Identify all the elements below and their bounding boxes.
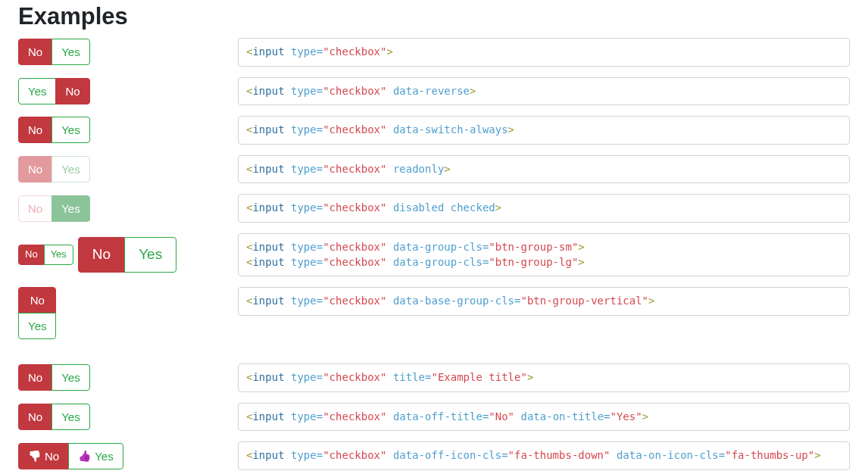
example-row: No Yes <input type="checkbox" data-off-i… — [18, 441, 850, 470]
on-button: Yes — [52, 195, 89, 222]
example-row: No Yes <input type="checkbox" data-base-… — [18, 287, 850, 339]
switch-large[interactable]: No Yes — [78, 237, 176, 273]
off-button[interactable]: No — [18, 117, 52, 143]
switch-vertical[interactable]: No Yes — [18, 287, 56, 339]
switch-reverse[interactable]: Yes No — [18, 78, 90, 104]
on-button[interactable]: Yes — [52, 404, 89, 430]
switch-small[interactable]: No Yes — [18, 245, 73, 264]
example-row: No Yes No Yes <input type="checkbox" dat… — [18, 233, 850, 276]
code-snippet: <input type="checkbox" data-group-cls="b… — [238, 233, 850, 276]
switch-always[interactable]: No Yes — [18, 117, 90, 143]
example-row: No Yes <input type="checkbox" title="Exa… — [18, 363, 850, 392]
off-button[interactable]: No — [18, 39, 52, 65]
code-snippet: <input type="checkbox" data-base-group-c… — [238, 287, 850, 316]
off-button[interactable]: No — [18, 245, 45, 264]
off-label: No — [45, 448, 59, 464]
example-row: No Yes <input type="checkbox" readonly> — [18, 155, 850, 184]
example-row: No Yes <input type="checkbox" data-off-t… — [18, 403, 850, 432]
on-button[interactable]: Yes — [52, 39, 89, 65]
off-button[interactable]: No — [18, 287, 56, 313]
switch-default[interactable]: No Yes — [18, 39, 90, 65]
on-label: Yes — [95, 448, 113, 464]
off-button: No — [18, 195, 52, 222]
example-row: Yes No <input type="checkbox" data-rever… — [18, 77, 850, 106]
switch-icons-labels[interactable]: No Yes — [18, 443, 123, 469]
switch-title[interactable]: No Yes — [18, 364, 90, 391]
off-button[interactable]: No — [18, 443, 69, 469]
on-button[interactable]: Yes — [52, 117, 89, 143]
code-snippet: <input type="checkbox"> — [238, 38, 850, 67]
switch-readonly: No Yes — [18, 156, 90, 182]
code-snippet: <input type="checkbox" data-off-icon-cls… — [238, 441, 850, 470]
off-button[interactable]: No — [18, 364, 52, 391]
code-snippet: <input type="checkbox" data-switch-alway… — [238, 116, 850, 145]
on-button[interactable]: Yes — [52, 364, 89, 391]
example-row: No Yes <input type="checkbox" data-switc… — [18, 116, 850, 145]
code-snippet: <input type="checkbox" readonly> — [238, 155, 850, 184]
on-button[interactable]: Yes — [68, 443, 123, 469]
off-button: No — [18, 156, 52, 182]
on-button: Yes — [52, 156, 89, 182]
example-row: No Yes <input type="checkbox" disabled c… — [18, 194, 850, 223]
code-snippet: <input type="checkbox" disabled checked> — [238, 194, 850, 223]
code-snippet: <input type="checkbox" title="Example ti… — [238, 363, 850, 392]
on-button[interactable]: Yes — [124, 237, 176, 273]
example-row: No Yes <input type="checkbox"> — [18, 38, 850, 67]
switch-titles[interactable]: No Yes — [18, 404, 90, 430]
page-title: Examples — [18, 3, 850, 30]
code-snippet: <input type="checkbox" data-off-title="N… — [238, 403, 850, 432]
on-button[interactable]: Yes — [44, 245, 73, 264]
thumbs-up-icon — [78, 451, 91, 461]
off-button[interactable]: No — [78, 237, 125, 273]
thumbs-down-icon — [28, 451, 41, 461]
on-button[interactable]: Yes — [18, 78, 56, 104]
on-button[interactable]: Yes — [18, 313, 56, 339]
off-button[interactable]: No — [55, 78, 89, 104]
code-snippet: <input type="checkbox" data-reverse> — [238, 77, 850, 106]
switch-disabled: No Yes — [18, 195, 90, 222]
off-button[interactable]: No — [18, 404, 52, 430]
